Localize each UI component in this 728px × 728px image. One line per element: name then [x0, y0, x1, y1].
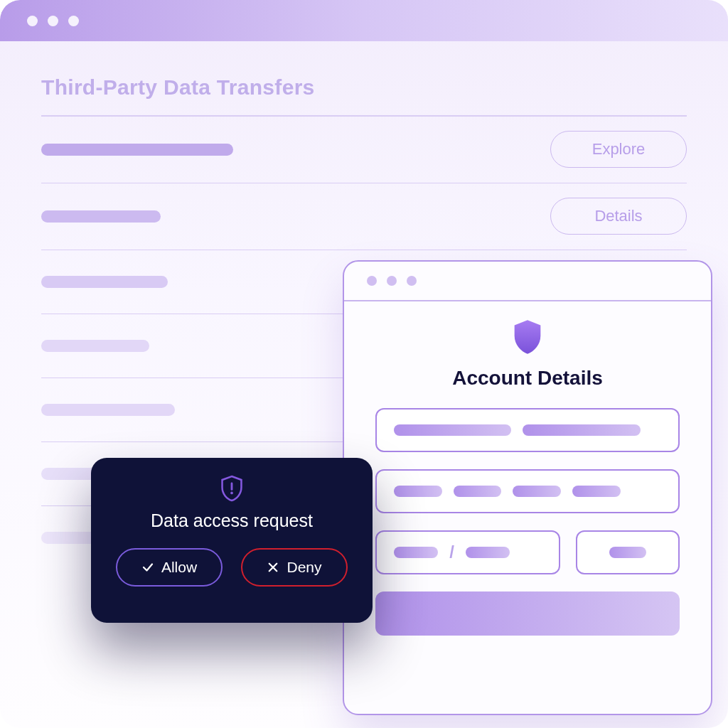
main-titlebar	[0, 0, 728, 41]
window-control-dot[interactable]	[27, 16, 38, 26]
modal-button-row: Allow Deny	[116, 548, 348, 587]
row-placeholder-text	[41, 144, 233, 156]
field-placeholder	[454, 486, 502, 497]
modal-title: Data access request	[151, 510, 313, 531]
field-placeholder	[394, 486, 442, 497]
field-placeholder	[523, 424, 640, 436]
field-placeholder	[466, 547, 510, 558]
close-icon	[267, 561, 279, 574]
card-number-field[interactable]	[375, 469, 680, 513]
field-placeholder	[394, 424, 511, 436]
table-row: Explore	[41, 117, 687, 183]
cvc-field[interactable]	[576, 530, 680, 574]
expiry-field[interactable]: /	[375, 530, 560, 574]
sub-body: Account Details /	[344, 301, 711, 636]
page-title: Third-Party Data Transfers	[41, 75, 687, 100]
row-placeholder-text	[41, 404, 175, 416]
explore-button[interactable]: Explore	[550, 131, 687, 168]
window-control-dot[interactable]	[387, 276, 397, 286]
slash-icon: /	[449, 542, 454, 562]
shield-icon	[512, 320, 543, 354]
allow-label: Allow	[161, 559, 197, 576]
check-icon	[141, 561, 154, 574]
shield-alert-icon	[220, 475, 244, 502]
deny-label: Deny	[287, 559, 321, 576]
field-placeholder	[394, 547, 438, 558]
data-access-request-modal: Data access request Allow Deny	[91, 458, 373, 623]
name-field[interactable]	[375, 408, 680, 452]
window-control-dot[interactable]	[367, 276, 377, 286]
svg-point-1	[230, 492, 233, 495]
sub-titlebar	[344, 262, 711, 301]
row-placeholder-text	[41, 210, 161, 223]
window-control-dot[interactable]	[48, 16, 58, 26]
table-row: Details	[41, 183, 687, 250]
allow-button[interactable]: Allow	[116, 548, 223, 587]
row-placeholder-text	[41, 276, 168, 288]
account-details-heading: Account Details	[452, 367, 603, 390]
row-placeholder-text	[41, 340, 149, 352]
field-placeholder	[513, 486, 561, 497]
field-placeholder	[572, 486, 621, 497]
details-button[interactable]: Details	[550, 198, 687, 235]
field-placeholder	[609, 547, 646, 558]
window-control-dot[interactable]	[407, 276, 417, 286]
window-control-dot[interactable]	[68, 16, 79, 26]
deny-button[interactable]: Deny	[241, 548, 348, 587]
account-details-window: Account Details /	[343, 260, 712, 715]
app-canvas: Third-Party Data Transfers Explore Detai…	[0, 0, 728, 728]
submit-button[interactable]	[375, 592, 680, 636]
